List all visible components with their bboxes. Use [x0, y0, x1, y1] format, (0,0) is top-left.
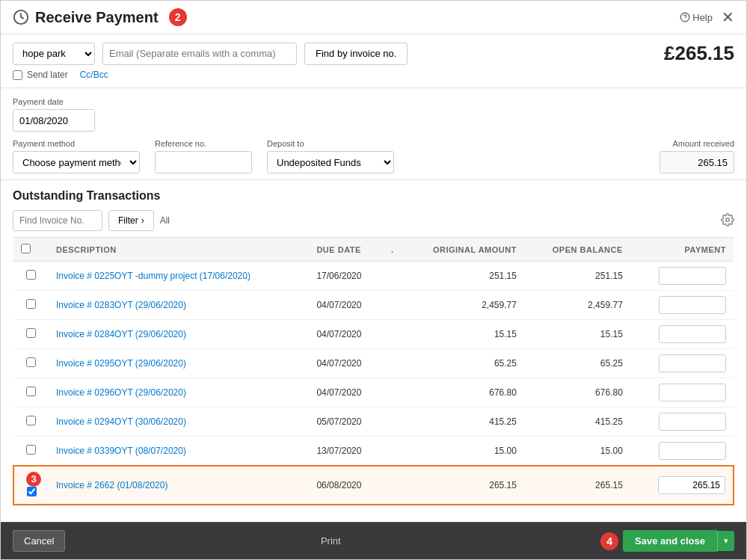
step-badge-3: 3 — [26, 472, 41, 487]
row-description: Invoice # 0339OYT (08/07/2020) — [49, 437, 309, 467]
all-label: All — [160, 215, 170, 226]
deposit-to-select[interactable]: Undeposited Funds — [267, 151, 394, 173]
col-header-dot: . — [384, 238, 402, 262]
row-checkbox-cell — [13, 320, 49, 349]
invoice-link[interactable]: Invoice # 0294OYT (30/06/2020) — [56, 416, 186, 427]
invoice-link[interactable]: Invoice # 0296OYT (29/06/2020) — [56, 387, 186, 398]
table-row: Invoice # 0295OYT (29/06/2020)04/07/2020… — [13, 349, 734, 378]
email-input[interactable] — [102, 43, 297, 65]
col-header-due-date: DUE DATE — [309, 238, 384, 262]
table-row: Invoice # 0339OYT (08/07/2020)13/07/2020… — [13, 437, 734, 467]
row-original-amount: 251.15 — [402, 262, 524, 291]
row-checkbox-cell — [13, 378, 49, 407]
col-header-description: DESCRIPTION — [49, 238, 309, 262]
payment-method-select[interactable]: Choose payment method — [13, 151, 140, 173]
header-left: Receive Payment 2 — [13, 8, 187, 26]
send-later-label: Send later — [27, 70, 68, 80]
close-button[interactable]: ✕ — [722, 10, 734, 25]
amount-received-input[interactable] — [660, 151, 734, 173]
row-due-date: 04/07/2020 — [309, 320, 384, 349]
row-open-balance: 676.80 — [524, 378, 630, 407]
row-dot — [384, 407, 402, 437]
table-row: Invoice # 0283OYT (29/06/2020)04/07/2020… — [13, 291, 734, 320]
save-close-container: 4 Save and close ▾ — [596, 530, 734, 552]
row-open-balance: 2,459.77 — [524, 291, 630, 320]
col-header-checkbox — [13, 238, 49, 262]
row-checkbox-cell — [13, 262, 49, 291]
find-invoice-search[interactable] — [13, 210, 102, 231]
find-invoice-button[interactable]: Find by invoice no. — [304, 43, 408, 65]
top-form-row: hope park Find by invoice no. £265.15 — [13, 42, 734, 65]
row-open-balance: 65.25 — [524, 349, 630, 378]
send-later-checkbox[interactable] — [13, 70, 22, 80]
invoice-link[interactable]: Invoice # 0283OYT (29/06/2020) — [56, 300, 186, 310]
payment-input[interactable] — [659, 413, 726, 431]
row-checkbox-cell — [13, 291, 49, 320]
row-open-balance: 265.15 — [524, 466, 630, 505]
row-checkbox-cell: 3 — [13, 466, 49, 505]
invoice-link[interactable]: Invoice # 0284OYT (29/06/2020) — [56, 329, 186, 339]
row-checkbox[interactable] — [26, 270, 36, 280]
transactions-section: Outstanding Transactions Filter › All — [1, 180, 746, 522]
row-checkbox-cell — [13, 437, 49, 467]
row-open-balance: 415.25 — [524, 407, 630, 437]
row-open-balance: 15.00 — [524, 437, 630, 467]
row-original-amount: 2,459.77 — [402, 291, 524, 320]
table-header-row: DESCRIPTION DUE DATE . ORIGINAL AMOUNT O… — [13, 238, 734, 262]
customer-dropdown[interactable]: hope park — [13, 43, 95, 65]
payment-input[interactable] — [659, 354, 726, 372]
row-checkbox[interactable] — [26, 299, 36, 309]
table-row: Invoice # 0296OYT (29/06/2020)04/07/2020… — [13, 378, 734, 407]
payment-input[interactable] — [658, 476, 725, 494]
help-link[interactable]: Help — [680, 12, 713, 23]
row-checkbox[interactable] — [26, 445, 36, 455]
row-due-date: 13/07/2020 — [309, 437, 384, 467]
save-close-button[interactable]: Save and close — [623, 530, 717, 552]
filter-label: Filter — [118, 215, 138, 226]
row-due-date: 17/06/2020 — [309, 262, 384, 291]
deposit-to-label: Deposit to — [267, 139, 394, 148]
row-original-amount: 265.15 — [402, 466, 524, 505]
step-badge-2: 2 — [169, 8, 187, 26]
help-icon — [680, 12, 690, 22]
row-open-balance: 15.15 — [524, 320, 630, 349]
row-payment-cell — [630, 262, 734, 291]
payment-input[interactable] — [659, 384, 726, 401]
invoice-link[interactable]: Invoice # 0339OYT (08/07/2020) — [56, 446, 186, 456]
row-checkbox[interactable] — [26, 357, 36, 367]
payment-input[interactable] — [659, 267, 726, 285]
select-all-checkbox[interactable] — [21, 244, 31, 253]
row-checkbox[interactable] — [27, 487, 37, 496]
col-header-payment: PAYMENT — [630, 238, 734, 262]
invoice-link[interactable]: Invoice # 2662 (01/08/2020) — [56, 480, 167, 490]
gear-icon[interactable] — [721, 213, 734, 227]
row-due-date: 05/07/2020 — [309, 407, 384, 437]
row-checkbox[interactable] — [26, 387, 36, 396]
invoice-link[interactable]: Invoice # 0295OYT (29/06/2020) — [56, 358, 186, 369]
filter-button[interactable]: Filter › — [108, 210, 154, 231]
header-right: Help ✕ — [680, 10, 734, 25]
row-checkbox[interactable] — [26, 416, 36, 425]
print-button[interactable]: Print — [321, 535, 341, 547]
svg-point-3 — [726, 218, 730, 221]
row-description: Invoice # 0296OYT (29/06/2020) — [49, 378, 309, 407]
payment-method-field: Payment method Choose payment method — [13, 139, 140, 173]
invoice-link[interactable]: Invoice # 0225OYT -dummy project (17/06/… — [56, 271, 250, 281]
payment-date-input[interactable] — [13, 109, 95, 132]
row-dot — [384, 320, 402, 349]
row-description: Invoice # 0284OYT (29/06/2020) — [49, 320, 309, 349]
cc-bcc-link[interactable]: Cc/Bcc — [80, 70, 108, 80]
row-due-date: 04/07/2020 — [309, 349, 384, 378]
reference-input[interactable] — [155, 151, 252, 173]
table-row: Invoice # 0284OYT (29/06/2020)04/07/2020… — [13, 320, 734, 349]
save-close-dropdown-button[interactable]: ▾ — [717, 531, 734, 551]
row-checkbox[interactable] — [26, 328, 36, 338]
payment-fields-row: Payment method Choose payment method Ref… — [13, 139, 734, 173]
cancel-button[interactable]: Cancel — [13, 530, 65, 552]
payment-input[interactable] — [659, 325, 726, 343]
table-row: 3Invoice # 2662 (01/08/2020)06/08/202026… — [13, 466, 734, 505]
modal-header: Receive Payment 2 Help ✕ — [1, 1, 746, 34]
payment-input[interactable] — [659, 296, 726, 314]
payment-input[interactable] — [659, 442, 726, 460]
row-dot — [384, 437, 402, 467]
